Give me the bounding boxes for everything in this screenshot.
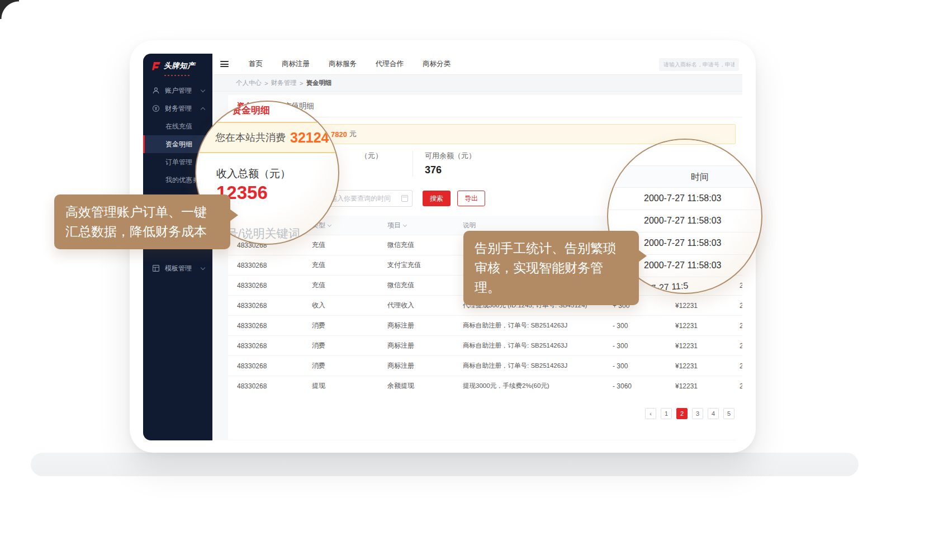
sidebar-item-label: 资金明细 — [165, 140, 192, 149]
pagination-page-5[interactable]: 5 — [723, 408, 734, 419]
nav-item-代理合作[interactable]: 代理合作 — [376, 59, 404, 69]
sidebar-item-在线充值[interactable]: 在线充值 — [143, 117, 212, 135]
tooltip-left: 高效管理账户订单、一键汇总数据，降低财务成本 — [54, 194, 230, 249]
sidebar-item-label: 在线充值 — [165, 122, 192, 131]
cell: - 3060 — [603, 382, 653, 390]
banner-amount: 7820 — [331, 130, 347, 139]
available-balance-label: 可用余额（元） — [425, 151, 476, 161]
date-picker[interactable] — [324, 190, 413, 207]
logo-flag-icon — [150, 61, 162, 70]
table-row[interactable]: 48330268提现余额提现提现3000元，手续费2%(60元)- 3060¥1… — [228, 376, 742, 396]
tooltip-right: 告别手工统计、告别繁琐审核，实现智能财务管理。 — [463, 231, 639, 305]
cell: 2000-7-27 11:58:03 — [714, 362, 742, 370]
cell: 48330268 — [237, 282, 312, 290]
hamburger-menu-icon[interactable] — [220, 60, 229, 69]
cell: 商标自助注册，订单号: SB2514263J — [463, 362, 603, 370]
magnified-time-row: 2000-7-27 11:58:03 — [608, 210, 761, 232]
breadcrumb-item[interactable]: 财务管理 — [271, 79, 297, 87]
sidebar-item-财务管理[interactable]: 财务管理 — [143, 99, 212, 117]
template-icon — [152, 264, 160, 272]
cell: 充值 — [312, 260, 387, 270]
nav-item-首页[interactable]: 首页 — [249, 59, 263, 69]
cell: - 300 — [603, 322, 653, 330]
sort-caret-icon[interactable] — [328, 222, 331, 226]
top-navbar: 首页商标注册商标服务代理合作商标分类 — [212, 54, 742, 75]
export-button[interactable]: 导出 — [457, 191, 485, 206]
pagination-page-1[interactable]: 1 — [661, 408, 672, 419]
breadcrumb-separator: > — [300, 80, 304, 87]
pagination-page-2[interactable]: 2 — [676, 408, 688, 419]
cell: 48330268 — [237, 382, 312, 390]
column-header[interactable]: 项目 — [387, 221, 463, 230]
sidebar-item-模板管理[interactable]: 模板管理 — [143, 259, 212, 277]
finance-icon — [152, 105, 160, 112]
cell: 微信充值 — [387, 281, 463, 290]
table-row[interactable]: 48330268消费商标注册商标自助注册，订单号: SB2514263J- 30… — [228, 315, 742, 335]
nav-item-商标服务[interactable]: 商标服务 — [329, 59, 357, 69]
cell: 2000-7-27 11:58:03 — [714, 382, 742, 390]
cell: 商标注册 — [387, 321, 463, 330]
cell: 商标注册 — [387, 341, 463, 350]
magnified-income-label: 收入总额（元） — [216, 167, 291, 181]
cell: 代理收入 — [387, 301, 463, 310]
magnified-time-header: 时间 — [608, 165, 761, 188]
chevron-down-icon — [201, 88, 205, 92]
chevron-down-icon — [201, 265, 205, 270]
date-input[interactable] — [324, 190, 413, 207]
nav-item-商标分类[interactable]: 商标分类 — [423, 59, 451, 69]
corner-decoration — [0, 0, 19, 19]
laptop-base — [31, 453, 859, 476]
cell: 提现3000元，手续费2%(60元) — [463, 382, 603, 390]
cell: - 300 — [603, 362, 653, 370]
pagination-page-4[interactable]: 4 — [708, 408, 719, 419]
logo-title: 头牌知产 — [164, 61, 195, 71]
cell: 48330268 — [237, 322, 312, 330]
cell: 提现 — [312, 381, 387, 391]
column-header: 说明 — [463, 221, 603, 230]
banner-suffix: 元 — [349, 129, 357, 139]
sort-caret-icon[interactable] — [403, 222, 407, 226]
cell: ¥12231 — [653, 382, 714, 390]
column-header[interactable]: 类型 — [312, 221, 387, 230]
search-button[interactable]: 搜索 — [423, 191, 451, 206]
sidebar-item-label: 账户管理 — [165, 86, 192, 96]
logo[interactable]: 头牌知产 — [143, 54, 212, 74]
table-row[interactable]: 48330268消费商标注册商标自助注册，订单号: SB2514263J- 30… — [228, 355, 742, 376]
cell: 48330268 — [237, 262, 312, 269]
sidebar-item-label: 财务管理 — [165, 104, 192, 113]
cell: 充值 — [312, 240, 387, 250]
tooltip-right-text: 告别手工统计、告别繁琐审核，实现智能财务管理。 — [475, 241, 616, 295]
table-row[interactable]: 48330268消费商标注册商标自助注册，订单号: SB2514263J- 30… — [228, 335, 742, 355]
cell: 消费 — [312, 361, 387, 371]
magnified-time-value: 2000-7-27 11:58:03 — [644, 260, 721, 270]
pagination: ‹12345 — [645, 408, 734, 419]
stat-divider — [413, 151, 413, 177]
cell: 微信充值 — [387, 240, 463, 250]
cell: ¥12231 — [653, 302, 714, 310]
sidebar-item-label: 模板管理 — [165, 264, 192, 273]
trademark-search-input[interactable] — [659, 58, 739, 71]
magnified-banner-prefix: 您在本站共消费 — [215, 131, 286, 144]
time-header-label: 时间 — [691, 172, 709, 183]
breadcrumb-item[interactable]: 资金明细 — [306, 79, 331, 87]
magnified-banner-amount: 32124 — [290, 130, 329, 146]
magnified-banner: 您在本站共消费 32124 — [197, 122, 339, 153]
cell: 2000-7-27 11:58:03 — [714, 322, 742, 330]
breadcrumb-item[interactable]: 个人中心 — [236, 79, 262, 87]
cell: 48330268 — [237, 362, 312, 370]
top-nav-items: 首页商标注册商标服务代理合作商标分类 — [249, 59, 451, 69]
pagination-page-3[interactable]: 3 — [692, 408, 703, 419]
available-balance-value: 376 — [425, 164, 442, 176]
cell: 收入 — [312, 301, 387, 310]
nav-item-商标注册[interactable]: 商标注册 — [282, 59, 310, 69]
cell: 2000-7-27 11:58:03 — [714, 342, 742, 350]
sidebar-item-账户管理[interactable]: 账户管理 — [143, 82, 212, 99]
calendar-icon[interactable] — [401, 195, 408, 202]
cell: 48330268 — [237, 342, 312, 350]
pagination-prev-button[interactable]: ‹ — [645, 408, 656, 419]
magnified-time-value: 2000-7-27 11:58:03 — [644, 193, 721, 203]
magnified-time-row: 2000-7-27 11:58:03 — [608, 188, 761, 210]
magnified-time-value: 2000-7-27 11:58:03 — [644, 238, 721, 248]
cell: ¥12231 — [653, 342, 714, 350]
cell: 充值 — [312, 281, 387, 290]
